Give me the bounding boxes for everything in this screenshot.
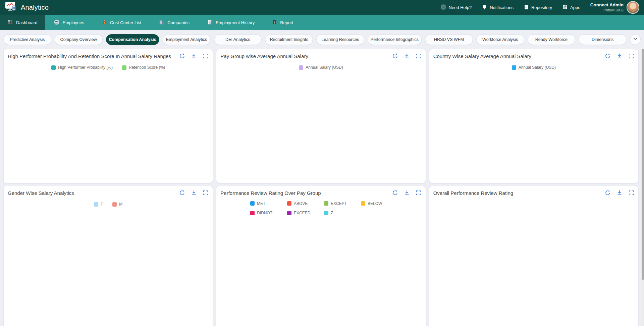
pill-dimensions[interactable]: Dimensions [579,34,627,45]
tab-report[interactable]: Report [263,15,302,30]
pill-recruitment-insights[interactable]: Recruitment Insights [265,34,313,45]
legend-label: Retention Score (%) [129,65,165,70]
legend-label: EXCEPT [331,201,347,206]
download-icon[interactable] [404,190,410,196]
legend-swatch [122,65,126,70]
companies-icon [159,19,164,26]
fullscreen-icon[interactable] [203,53,209,59]
chart-legend: Annual Salary (USD) [220,63,421,72]
overall-performance-donut-chart [433,200,634,324]
pill-ready-workforce[interactable]: Ready Workforce [528,34,576,45]
download-icon[interactable] [404,53,410,59]
refresh-icon[interactable]: Regional VPWorldwide - BrazilWorldwide -… [392,190,398,196]
pill-performance-infographics[interactable]: Performance Infographics [368,34,422,45]
help-icon: ? [440,4,446,11]
header-apps[interactable]: Apps [562,4,580,11]
legend-label: F [101,202,103,207]
card-title: Performance Review Rating Over Pay Group [220,190,392,196]
pill-employment-analytics[interactable]: Employment Analytics [163,34,211,45]
legend-label: ABOVE [294,201,308,206]
tab-companies[interactable]: Companies [150,15,198,30]
refresh-icon[interactable]: BELOW : 131 (15%)EXCEPT : 164 (19%)ABOVE… [605,190,611,196]
refresh-icon[interactable]: 0501001502002500 - 9,99910,000 - 19,9992… [179,190,185,196]
tab-label: Employment History [216,20,255,25]
legend-swatch [250,201,255,206]
more-pills-button[interactable] [630,34,641,45]
download-icon[interactable] [616,190,623,196]
legend-item-m: M [112,202,122,207]
pill-compensation-analysis[interactable]: Compensation Analysis [106,34,159,45]
card-actions: 020K40K60K80K100KUSACANMEXGBRDEUJPNBRAES… [605,53,634,59]
dashboard-filter-row: Predictive AnalysisCompany OverviewCompe… [0,30,644,46]
legend-swatch [324,211,328,215]
refresh-icon[interactable]: 020K40K60K80K100KUSACANMEXGBRDEUJPNBRAES… [605,53,611,59]
cost-center-list-icon [102,19,107,26]
pill-hrsd-vs-wfm[interactable]: HRSD VS WFM [425,34,473,45]
chart-legend: METABOVEEXCEPTBELOWDIDNOTEXCEEDZ [220,200,421,216]
tab-label: Report [280,20,293,25]
legend-swatch [512,65,516,70]
header-repository[interactable]: Repository [524,4,552,11]
card-country-salary: Country Wise Salary Average Annual Salar… [429,49,639,183]
legend-swatch [324,201,328,206]
card-high-performer-retention: High Performer Probability And Retention… [3,49,213,183]
card-title: Overall Performance Review Rating [433,190,605,196]
cards-row-1: High Performer Probability And Retention… [0,46,644,183]
card-pay-group-salary: Pay Group wise Average Annual Salary 050… [216,49,426,183]
tab-dashboard[interactable]: Dashboard [0,15,45,30]
user-menu[interactable]: Connect AdminPrithwi UKG [590,1,639,14]
legend-swatch [287,201,291,206]
legend-item-below: BELOW [361,201,392,206]
pill-workforce-analysis[interactable]: Workforce Analysis [476,34,524,45]
country-salary-chart [433,72,634,180]
fullscreen-icon[interactable] [628,190,634,196]
tab-cost-center-list[interactable]: Cost Center List [93,15,150,30]
user-name: Connect Admin [590,2,624,8]
scrollbar-thumb[interactable] [642,49,644,280]
user-avatar[interactable] [627,1,639,14]
card-overall-performance: Overall Performance Review Rating BELOW … [429,186,639,326]
card-actions: 02040608010012080,000 - 89,99970,000 - 7… [179,53,209,59]
download-icon[interactable] [191,190,197,196]
header-notifications[interactable]: Notifications [482,4,514,11]
header-need-help-label: Need Help? [449,5,472,10]
download-icon[interactable] [616,53,623,59]
pill-predictive-analysis[interactable]: Predictive Analysis [3,34,51,45]
tab-label: Dashboard [16,20,38,25]
header-notifications-label: Notifications [490,5,514,10]
refresh-icon[interactable]: 02040608010012080,000 - 89,99970,000 - 7… [179,53,185,59]
fullscreen-icon[interactable] [416,53,422,59]
legend-swatch [287,211,291,215]
pill-dei-analytics[interactable]: DEI Analytics [214,34,262,45]
legend-swatch [51,65,56,70]
chart-legend: FM [8,200,209,209]
refresh-icon[interactable]: 050K100K150KCorporateManagementManufactu… [392,53,398,59]
chart-legend: High Performer Probability (%)Retention … [8,63,209,72]
user-text: Connect AdminPrithwi UKG [590,2,624,13]
tab-employment-history[interactable]: Employment History [198,15,263,30]
legend-swatch [112,202,117,207]
tab-employees[interactable]: Employees [45,15,93,30]
pay-group-salary-chart [220,72,421,180]
bell-icon [482,4,487,11]
fullscreen-icon[interactable] [628,53,634,59]
legend-label: BELOW [368,201,382,206]
card-actions: BELOW : 131 (15%)EXCEPT : 164 (19%)ABOVE… [605,190,634,196]
app-brand[interactable]: Analytico [5,1,49,14]
pill-company-overview[interactable]: Company Overview [55,34,103,45]
fullscreen-icon[interactable] [416,190,422,196]
pill-learning-resources[interactable]: Learning Resources [316,34,364,45]
legend-label: Annual Salary (USD) [519,65,556,70]
card-title: Country Wise Salary Average Annual Salar… [433,53,605,59]
header-need-help[interactable]: ?Need Help? [440,4,472,11]
module-tabbar: DashboardEmployeesCost Center ListCompan… [0,15,644,30]
employment-history-icon [207,19,213,26]
chart-legend: Annual Salary (USD) [433,63,634,72]
legend-item-didnot: DIDNOT [250,211,281,215]
download-icon[interactable] [191,53,197,59]
tab-label: Companies [167,20,190,25]
legend-item-retention-score-: Retention Score (%) [122,65,165,70]
fullscreen-icon[interactable] [203,190,209,196]
card-title: Pay Group wise Average Annual Salary [220,53,392,59]
legend-item-annual-salary-usd-: Annual Salary (USD) [299,65,343,70]
